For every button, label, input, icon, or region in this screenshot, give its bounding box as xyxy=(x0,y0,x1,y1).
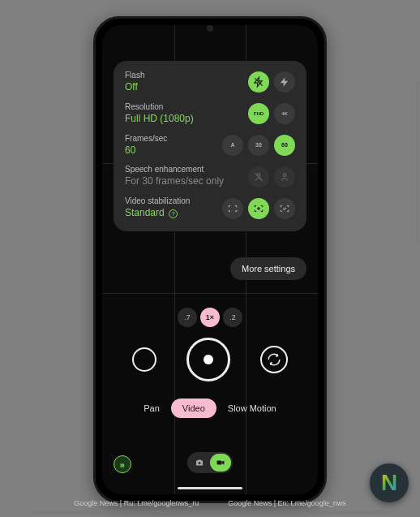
flash-label: Flash xyxy=(125,71,248,80)
more-settings-button[interactable]: More settings xyxy=(230,257,306,280)
speech-value: For 30 frames/sec only xyxy=(125,174,248,188)
setting-row-fps: Frames/sec 60 A 30 60 xyxy=(125,134,295,157)
last-capture-thumbnail[interactable]: ▦ xyxy=(114,455,131,473)
capture-controls xyxy=(102,338,318,381)
bottom-bar: ▦ xyxy=(102,449,318,473)
mode-slow-motion[interactable]: Slow Motion xyxy=(228,403,276,413)
setting-row-speech: Speech enhancement For 30 frames/sec onl… xyxy=(125,165,295,188)
brand-logo: N xyxy=(370,463,409,502)
stabilization-active-icon[interactable] xyxy=(274,198,295,219)
stabilization-standard-icon[interactable] xyxy=(248,198,269,219)
record-dot-icon xyxy=(204,355,213,364)
mode-pan[interactable]: Pan xyxy=(144,403,160,413)
toggle-photo[interactable] xyxy=(189,454,210,472)
zoom-option-1x[interactable]: 1× xyxy=(200,308,220,327)
speech-on-icon[interactable] xyxy=(274,166,295,187)
zoom-selector: .7 1× .2 xyxy=(178,308,242,327)
flash-on-icon[interactable] xyxy=(274,71,295,93)
photo-video-toggle xyxy=(187,452,233,473)
gallery-ring[interactable] xyxy=(132,347,156,372)
front-camera-hole xyxy=(207,25,213,32)
help-icon[interactable]: ? xyxy=(169,209,178,218)
speech-off-icon[interactable] xyxy=(248,166,269,187)
flash-off-icon[interactable] xyxy=(248,71,269,93)
page-scrollbar-vertical[interactable] xyxy=(416,81,419,243)
gesture-nav-bar[interactable] xyxy=(178,487,242,489)
mode-selector: Pan Video Slow Motion xyxy=(102,399,318,418)
svg-rect-6 xyxy=(217,461,222,465)
fps-auto-option[interactable]: A xyxy=(222,135,243,156)
resolution-label: Resolution xyxy=(125,102,248,112)
fps-60-option[interactable]: 60 xyxy=(274,135,295,156)
svg-point-5 xyxy=(199,462,201,464)
svg-point-3 xyxy=(283,174,286,177)
mode-video[interactable]: Video xyxy=(171,399,216,418)
zoom-option-tele[interactable]: .2 xyxy=(223,308,242,327)
phone-frame: Flash Off Resolution Full HD (1080p) xyxy=(93,16,327,503)
shutter-button[interactable] xyxy=(186,338,230,381)
resolution-fhd-icon[interactable]: FHD xyxy=(248,103,269,124)
quick-settings-panel: Flash Off Resolution Full HD (1080p) xyxy=(114,61,306,231)
resolution-4k-icon[interactable]: 4K xyxy=(274,103,295,124)
stabilization-value: Standard ? xyxy=(125,206,222,220)
flash-value: Off xyxy=(125,80,248,94)
fps-value: 60 xyxy=(125,144,222,157)
watermark-left: Google News | Ru: t.me/googlenws_ru xyxy=(74,499,199,507)
setting-row-stabilization: Video stabilization Standard ? xyxy=(125,196,295,220)
fps-30-option[interactable]: 30 xyxy=(248,135,269,156)
fps-label: Frames/sec xyxy=(125,134,222,144)
setting-row-resolution: Resolution Full HD (1080p) FHD 4K xyxy=(125,102,295,126)
screen: Flash Off Resolution Full HD (1080p) xyxy=(102,25,318,494)
zoom-option-wide[interactable]: .7 xyxy=(178,308,197,327)
stabilization-locked-icon[interactable] xyxy=(222,198,243,219)
camera-flip-button[interactable] xyxy=(260,346,288,373)
watermark-right: Google News | En: t.me/google_nws xyxy=(228,499,345,507)
watermark-bar: Google News | Ru: t.me/googlenws_ru Goog… xyxy=(0,499,420,507)
svg-point-4 xyxy=(258,207,259,209)
page-scrollbar-horizontal[interactable] xyxy=(32,511,389,514)
stabilization-label: Video stabilization xyxy=(125,196,222,206)
toggle-video[interactable] xyxy=(210,454,231,472)
resolution-value: Full HD (1080p) xyxy=(125,112,248,126)
gridline xyxy=(102,293,318,294)
speech-label: Speech enhancement xyxy=(125,165,248,174)
setting-row-flash: Flash Off xyxy=(125,71,295,94)
